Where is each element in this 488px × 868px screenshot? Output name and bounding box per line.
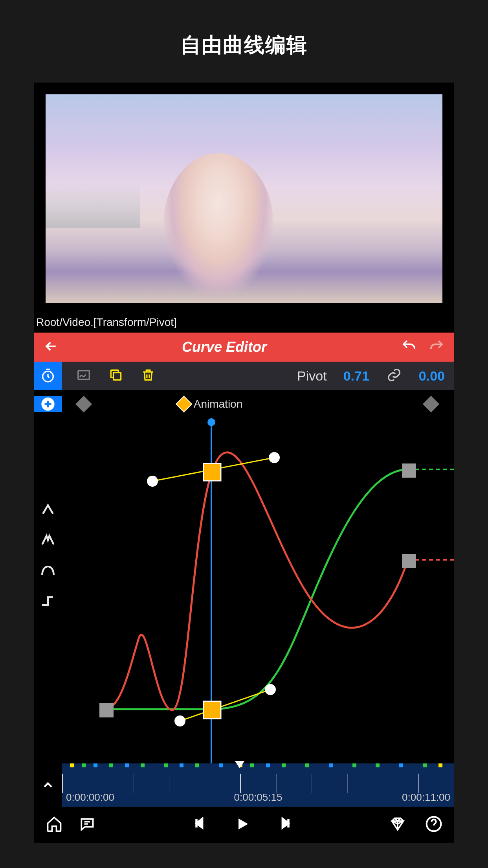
bezier-interp-icon[interactable] — [39, 531, 57, 550]
comment-icon[interactable] — [79, 815, 96, 834]
keyframe-marker-start[interactable] — [75, 396, 92, 412]
time-start: 0:00:00:00 — [66, 791, 114, 804]
delete-icon[interactable] — [141, 368, 156, 384]
preview-image — [46, 94, 442, 303]
video-preview[interactable] — [34, 83, 454, 314]
curve-tool-icon[interactable] — [76, 368, 91, 384]
svg-rect-2 — [114, 373, 121, 380]
step-forward-icon[interactable] — [275, 815, 293, 835]
animation-label: Animation — [178, 398, 243, 410]
app-frame: Root/Video.[Transform/Pivot] Curve Edito… — [34, 83, 454, 843]
pivot-value[interactable]: 0.71 — [334, 368, 379, 384]
svg-point-5 — [207, 418, 215, 426]
help-icon[interactable] — [425, 815, 442, 834]
svg-rect-14 — [204, 701, 221, 719]
timeline-collapse-icon[interactable] — [34, 763, 62, 807]
redo-button[interactable] — [428, 338, 445, 356]
undo-button[interactable] — [401, 338, 417, 356]
curve-editor-body — [34, 418, 454, 763]
svg-rect-11 — [402, 463, 416, 478]
panel-title: Curve Editor — [48, 339, 401, 355]
interpolation-tools — [34, 418, 62, 763]
keyframe-row: Animation — [34, 390, 454, 418]
keyframe-marker-current[interactable] — [176, 396, 192, 412]
bottom-bar — [34, 807, 454, 843]
timeline-marks — [62, 763, 454, 767]
page-title: 自由曲线编辑 — [0, 0, 488, 83]
svg-point-18 — [265, 684, 276, 695]
time-end: 0:00:11:00 — [402, 791, 450, 804]
breadcrumb: Root/Video.[Transform/Pivot] — [34, 314, 454, 333]
add-keyframe-button[interactable] — [34, 396, 62, 412]
toolbar: Pivot 0.71 0.00 — [34, 362, 454, 390]
home-icon[interactable] — [46, 815, 63, 834]
step-back-icon[interactable] — [192, 815, 209, 835]
curve-canvas[interactable] — [62, 418, 454, 763]
copy-icon[interactable] — [108, 368, 123, 384]
step-interp-icon[interactable] — [39, 593, 57, 612]
svg-rect-1 — [78, 371, 90, 379]
playhead-icon[interactable] — [235, 761, 244, 768]
svg-point-17 — [174, 715, 185, 726]
linear-interp-icon[interactable] — [39, 501, 57, 520]
panel-header: Curve Editor — [34, 333, 454, 362]
pivot-label: Pivot — [290, 368, 334, 384]
diamond-icon[interactable] — [389, 815, 406, 834]
link-value[interactable]: 0.00 — [409, 368, 454, 384]
keyframe-marker-end[interactable] — [423, 396, 439, 412]
svg-rect-12 — [402, 554, 416, 568]
svg-point-16 — [269, 452, 280, 463]
svg-rect-13 — [204, 463, 221, 481]
svg-line-9 — [180, 690, 270, 721]
timer-tab[interactable] — [34, 362, 62, 390]
ease-interp-icon[interactable] — [39, 562, 57, 581]
svg-rect-10 — [99, 703, 114, 717]
link-icon[interactable] — [379, 368, 409, 384]
time-mid: 0:00:05:15 — [234, 791, 283, 804]
svg-point-15 — [147, 476, 158, 487]
play-icon[interactable] — [233, 815, 252, 835]
timeline[interactable]: 0:00:00:00 0:00:05:15 0:00:11:00 — [34, 763, 454, 807]
